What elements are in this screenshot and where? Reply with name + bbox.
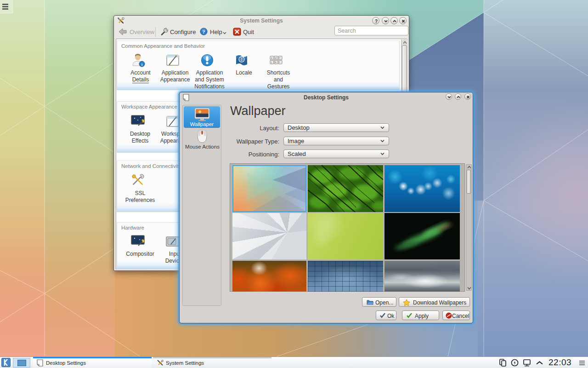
svg-text:d: d: [275, 57, 277, 59]
svg-text:j: j: [271, 61, 271, 63]
svg-text:?: ?: [203, 29, 205, 34]
svg-text:l: l: [279, 61, 280, 63]
svg-text:?: ?: [375, 19, 378, 24]
